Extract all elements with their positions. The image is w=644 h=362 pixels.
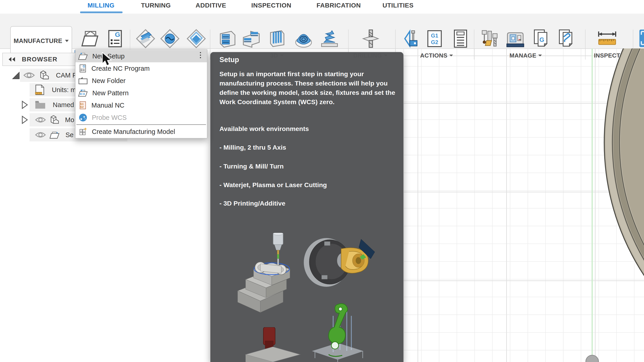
create-manufacturing-model-icon <box>78 127 88 136</box>
active-tab-underline <box>80 11 122 13</box>
folder-icon <box>34 100 46 110</box>
3d-adaptive-icon[interactable] <box>218 28 238 49</box>
probe-wcs-icon <box>78 113 88 122</box>
units-document-icon <box>34 84 45 96</box>
setup-folder-icon[interactable] <box>80 28 101 49</box>
svg-text:G2: G2 <box>431 39 438 45</box>
viewport-3d-scene[interactable] <box>404 48 644 362</box>
drill-icon[interactable] <box>361 28 381 49</box>
kebab-menu-icon[interactable] <box>200 52 201 58</box>
tab-inspection[interactable]: INSPECTION <box>251 2 291 9</box>
menu-separator <box>76 124 206 125</box>
menu-item-new-setup[interactable]: New Setup <box>76 50 207 62</box>
svg-text:G1: G1 <box>431 32 438 39</box>
component-icon <box>39 70 50 80</box>
browser-row-label: Units: m <box>52 86 76 94</box>
additive-illustration <box>306 302 367 362</box>
browser-row-label: Named <box>53 101 74 109</box>
menu-item-label: Create NC Program <box>92 65 150 72</box>
workspace-selector-button[interactable]: MANUFACTURE <box>10 26 72 56</box>
create-nc-program-icon: G <box>78 64 87 74</box>
setup-item-icon <box>50 130 60 140</box>
setup-sheet-icon[interactable] <box>451 28 470 49</box>
menu-item-label: New Pattern <box>92 89 129 97</box>
svg-text:G: G <box>83 65 85 68</box>
browser-row-label: Mo <box>65 116 74 124</box>
new-pattern-icon <box>78 88 88 98</box>
3d-spiral-icon[interactable] <box>320 28 339 49</box>
collapsed-triangle-icon[interactable] <box>21 100 29 109</box>
tool-library-icon[interactable] <box>480 28 500 49</box>
template-documents-icon[interactable] <box>556 28 576 49</box>
new-folder-icon <box>78 76 88 85</box>
gcode-documents-icon[interactable]: G <box>531 28 551 49</box>
toolbar: MANUFACTURE G SETUP 2D <box>0 14 644 49</box>
manual-nc-icon: G1 G2 <box>78 100 87 110</box>
2d-pocket-icon[interactable] <box>135 28 156 49</box>
tooltip-bullet-turning: - Turning & Mill/ Turn <box>220 162 284 170</box>
menu-item-label: Create Manufacturing Model <box>92 128 175 136</box>
tab-utilities[interactable]: UTILITIES <box>382 2 414 9</box>
menu-item-label: Probe WCS <box>92 114 127 122</box>
setup-dropdown-menu: New Setup G Create NC Program New Folder… <box>75 49 208 138</box>
mouse-cursor <box>102 52 112 67</box>
tooltip-bullet-waterjet: - Waterjet, Plasma or Laser Cutting <box>220 181 327 189</box>
menu-item-new-pattern[interactable]: New Pattern <box>76 87 207 99</box>
tab-additive[interactable]: ADDITIVE <box>196 2 226 9</box>
menu-item-manual-nc[interactable]: G1 G2 Manual NC <box>76 99 207 112</box>
tooltip-description: Setup is an important first step in star… <box>220 69 396 107</box>
setup-tooltip-panel: Setup Setup is an important first step i… <box>210 52 404 362</box>
svg-text:G2: G2 <box>80 106 84 108</box>
workspace-selector-label: MANUFACTURE <box>14 38 62 44</box>
workspace-tab-bar: MILLING TURNING ADDITIVE INSPECTION FABR… <box>0 0 644 14</box>
browser-row-label: Se <box>66 131 74 139</box>
waterjet-illustration <box>239 327 307 362</box>
menu-item-create-nc-program[interactable]: G Create NC Program <box>76 62 207 74</box>
3d-flow-icon[interactable] <box>268 28 287 49</box>
tab-turning[interactable]: TURNING <box>141 2 171 9</box>
svg-text:G1: G1 <box>80 102 84 105</box>
svg-text:G: G <box>540 36 544 43</box>
3d-scallop-icon[interactable] <box>294 28 313 49</box>
menu-item-create-manufacturing-model[interactable]: Create Manufacturing Model <box>76 126 207 138</box>
2d-contour-icon[interactable] <box>186 28 206 49</box>
tooltip-subheading: Available work environments <box>220 125 309 132</box>
eye-icon[interactable] <box>35 131 46 139</box>
tooltip-bullet-additive: - 3D Printing/Additive <box>220 200 286 207</box>
menu-item-new-folder[interactable]: New Folder <box>76 74 207 87</box>
tab-fabrication[interactable]: FABRICATION <box>316 2 361 9</box>
chevron-down-icon <box>65 40 69 42</box>
menu-item-label: Manual NC <box>92 102 124 109</box>
origin-sphere-handle[interactable] <box>586 355 598 362</box>
svg-text:G: G <box>115 31 120 38</box>
new-setup-icon <box>78 52 88 61</box>
2d-adaptive-icon[interactable] <box>160 28 180 49</box>
menu-item-probe-wcs[interactable]: Probe WCS <box>76 112 207 124</box>
tooltip-title: Setup <box>220 56 239 64</box>
post-process-icon[interactable]: G1 G2 <box>425 28 444 49</box>
menu-item-label: New Folder <box>92 77 126 84</box>
milling-illustration <box>233 233 301 314</box>
eye-icon[interactable] <box>23 71 35 79</box>
fusion-manufacture-window: { "tabs": { "items": [ {"label": "MILLIN… <box>0 0 644 362</box>
tab-milling[interactable]: MILLING <box>88 2 114 9</box>
machine-library-icon[interactable] <box>505 28 526 49</box>
expanded-triangle-icon[interactable] <box>12 72 20 80</box>
browser-row-label: CAM F <box>56 72 76 79</box>
nc-program-icon[interactable]: G <box>105 28 125 49</box>
collapsed-triangle-icon[interactable] <box>21 116 29 124</box>
collapse-panel-icon[interactable] <box>8 56 16 62</box>
simulate-icon[interactable] <box>404 28 423 49</box>
browser-panel-title: BROWSER <box>22 56 58 63</box>
eye-icon[interactable] <box>35 116 46 124</box>
measure-icon[interactable] <box>596 28 618 49</box>
tooltip-bullet-milling: - Milling, 2 thru 5 Axis <box>220 144 286 151</box>
3d-pocket-icon[interactable] <box>242 28 261 49</box>
machined-disc-part[interactable] <box>604 48 644 362</box>
turning-illustration <box>302 235 380 291</box>
component-icon <box>50 115 60 125</box>
select-icon[interactable] <box>638 28 644 49</box>
